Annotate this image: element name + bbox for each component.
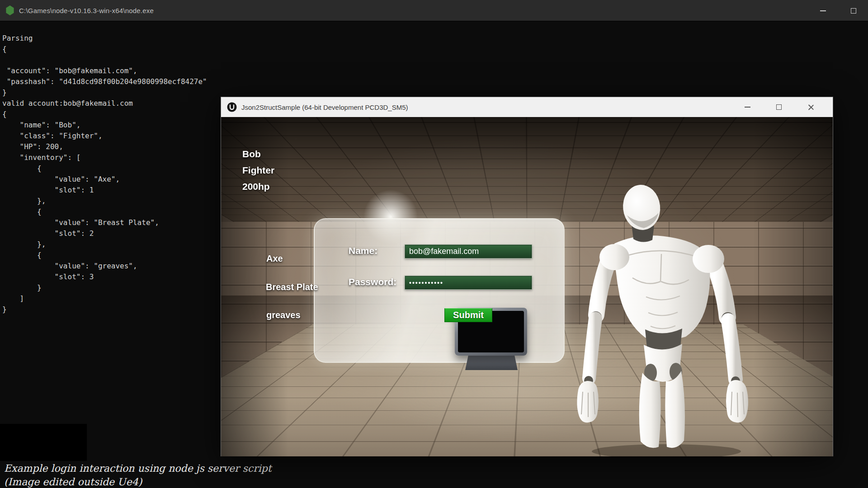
inventory-item-breast-plate: Breast Plate — [266, 282, 318, 292]
maximize-icon — [851, 8, 856, 14]
password-input[interactable] — [405, 276, 532, 290]
name-label: Name: — [349, 245, 377, 256]
ue-window-controls — [731, 97, 826, 117]
maximize-icon — [776, 104, 782, 110]
minimize-icon — [745, 107, 750, 108]
inventory-item-axe: Axe — [266, 253, 283, 264]
desktop: C:\Games\node-v10.16.3-win-x64\node.exe … — [0, 0, 868, 488]
unreal-logo-icon — [226, 102, 237, 113]
ue-window: Json2StructSample (64-bit Development PC… — [221, 97, 833, 456]
caption-line-2: (Image edited outside Ue4) — [4, 475, 272, 488]
ue-minimize-button[interactable] — [731, 97, 763, 117]
ue-close-button[interactable] — [795, 97, 826, 117]
name-input[interactable] — [405, 244, 532, 258]
caption-line-1: Example login interaction using node js … — [4, 462, 272, 475]
console-maximize-button[interactable] — [843, 0, 864, 21]
console-title: C:\Games\node-v10.16.3-win-x64\node.exe — [19, 7, 154, 14]
console-titlebar[interactable]: C:\Games\node-v10.16.3-win-x64\node.exe — [0, 0, 868, 21]
player-stats: Bob Fighter 200hp — [242, 146, 274, 195]
minimize-icon — [820, 10, 826, 11]
game-viewport[interactable]: Bob Fighter 200hp Axe Breast Plate greav… — [221, 117, 833, 456]
ue-maximize-button[interactable] — [763, 97, 795, 117]
pedestal-base — [465, 355, 518, 370]
console-output: Parsing { "account": "bob@fakemail.com",… — [0, 21, 207, 315]
close-icon — [807, 104, 814, 111]
player-name: Bob — [242, 146, 274, 162]
node-logo-icon — [5, 5, 14, 15]
console-minimize-button[interactable] — [812, 0, 834, 21]
player-hp: 200hp — [242, 178, 274, 195]
redaction-box — [0, 424, 87, 461]
inventory-item-greaves: greaves — [266, 310, 301, 320]
caption: Example login interaction using node js … — [4, 462, 272, 488]
submit-button[interactable]: Submit — [444, 308, 492, 322]
ue-titlebar[interactable]: Json2StructSample (64-bit Development PC… — [221, 97, 833, 117]
robot-character — [569, 179, 773, 456]
password-label: Password: — [349, 277, 396, 287]
ue-window-title: Json2StructSample (64-bit Development PC… — [241, 103, 408, 111]
player-class: Fighter — [242, 162, 274, 178]
